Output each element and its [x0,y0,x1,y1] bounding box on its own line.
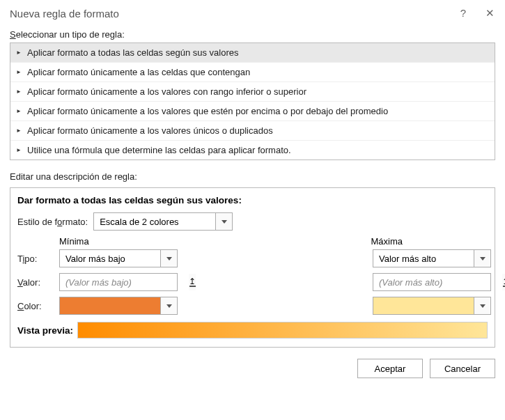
max-value-input-wrapper: ↥ [373,273,491,291]
rule-type-label: Aplicar formato a todas las celdas según… [27,47,239,58]
dialog-buttons: Aceptar Cancelar [0,355,505,387]
range-selector-icon[interactable]: ↥ [502,274,505,290]
arrow-icon: ► [16,88,23,95]
rule-type-label: Utilice una fórmula que determine las ce… [27,145,291,155]
minmax-headers: Mínima Máxima [17,236,488,247]
ok-button[interactable]: Aceptar [357,359,423,378]
rule-type-label: Aplicar formato únicamente a las celdas … [27,67,250,77]
titlebar: Nueva regla de formato ? ✕ [0,0,505,25]
max-header: Máxima [371,236,488,247]
chevron-down-icon[interactable] [474,297,490,314]
format-style-value: Escala de 2 colores [94,217,215,227]
arrow-icon: ► [16,108,23,114]
minmax-grid: Tipo: Valor más bajo Valor más alto Valo… [17,249,488,315]
range-selector-icon[interactable]: ↥ [189,274,196,290]
window-controls: ? ✕ [458,7,495,20]
min-color-swatch [60,297,160,314]
cancel-button[interactable]: Cancelar [430,359,495,378]
preview-label: Vista previa: [17,325,73,336]
preview-row: Vista previa: [17,322,488,339]
chevron-down-icon[interactable] [160,250,177,267]
rule-type-list: ► Aplicar formato a todas las celdas seg… [10,42,495,160]
min-type-dropdown[interactable]: Valor más bajo [59,249,178,267]
min-header: Mínima [59,236,176,247]
arrow-icon: ► [16,127,23,134]
max-value-input[interactable] [373,277,502,288]
format-style-label: Estilo de formato: [17,217,88,227]
rule-type-item[interactable]: ► Utilice una fórmula que determine las … [10,141,495,160]
select-rule-type-label: Seleccionar un tipo de regla: [0,25,505,42]
arrow-icon: ► [16,49,23,56]
description-title: Dar formato a todas las celdas según sus… [17,195,488,205]
tipo-label: Tipo: [17,254,59,264]
rule-description-box: Dar formato a todas las celdas según sus… [10,187,495,348]
edit-description-label: Editar una descripción de regla: [0,167,505,185]
rule-type-item[interactable]: ► Aplicar formato a todas las celdas seg… [10,43,495,63]
chevron-down-icon[interactable] [160,297,177,314]
valor-label: Valor: [17,277,59,288]
min-color-dropdown[interactable] [59,297,178,315]
rule-type-item[interactable]: ► Aplicar formato únicamente a los valor… [10,121,495,141]
rule-type-item[interactable]: ► Aplicar formato únicamente a los valor… [10,102,495,121]
rule-type-item[interactable]: ► Aplicar formato únicamente a los valor… [10,82,495,102]
arrow-icon: ► [16,69,23,75]
format-style-row: Estilo de formato: Escala de 2 colores [17,212,488,231]
arrow-icon: ► [16,147,23,153]
min-value-input-wrapper: ↥ [59,273,178,291]
rule-type-label: Aplicar formato únicamente a los valores… [27,106,388,116]
color-label: Color: [17,301,59,311]
max-type-value: Valor más alto [373,254,474,264]
chevron-down-icon[interactable] [215,213,232,230]
max-color-swatch [373,297,474,314]
help-icon[interactable]: ? [458,7,469,20]
min-value-input[interactable] [60,277,189,288]
close-icon[interactable]: ✕ [484,7,495,20]
rule-type-label: Aplicar formato únicamente a los valores… [27,125,273,136]
min-type-value: Valor más bajo [60,254,160,264]
preview-gradient [77,322,488,339]
format-style-dropdown[interactable]: Escala de 2 colores [93,212,233,231]
max-type-dropdown[interactable]: Valor más alto [373,249,491,267]
max-color-dropdown[interactable] [373,297,491,315]
rule-type-item[interactable]: ► Aplicar formato únicamente a las celda… [10,63,495,82]
dialog-title: Nueva regla de formato [10,8,119,20]
chevron-down-icon[interactable] [474,250,490,267]
rule-type-label: Aplicar formato únicamente a los valores… [27,86,306,97]
